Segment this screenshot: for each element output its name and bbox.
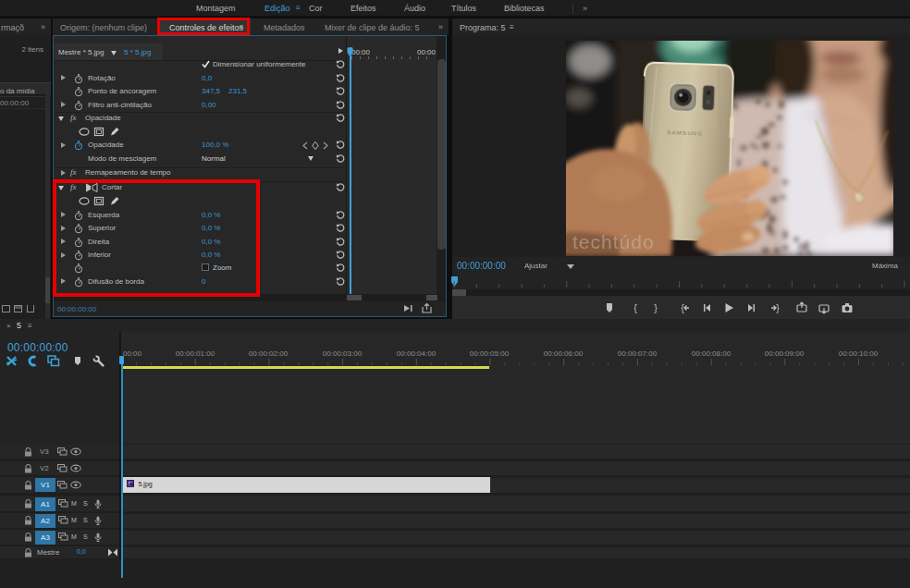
svg-text:SAMSUNG: SAMSUNG bbox=[667, 129, 703, 136]
svg-text:}: } bbox=[654, 302, 658, 313]
svg-text:{: { bbox=[633, 302, 637, 313]
svg-text:}: } bbox=[776, 302, 780, 313]
svg-text:techtúdo: techtúdo bbox=[572, 231, 655, 252]
